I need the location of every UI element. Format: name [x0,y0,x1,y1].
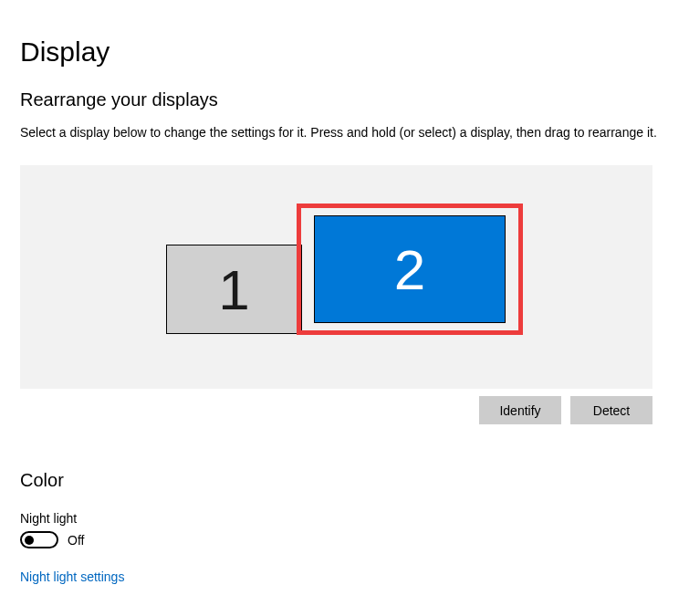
monitor-2[interactable]: 2 [314,215,506,323]
night-light-label: Night light [20,511,669,526]
monitor-1-label: 1 [218,257,249,322]
toggle-knob-icon [25,536,34,545]
night-light-settings-link[interactable]: Night light settings [20,569,124,584]
display-arrangement-area[interactable]: 1 2 [20,165,652,389]
monitor-1[interactable]: 1 [166,245,302,334]
monitor-2-highlight: 2 [297,204,523,335]
display-settings-page: Display Rearrange your displays Select a… [0,0,689,603]
color-section-title: Color [20,470,669,491]
night-light-toggle-row: Off [20,531,669,548]
identify-button[interactable]: Identify [479,396,561,424]
detect-button[interactable]: Detect [570,396,652,424]
monitor-2-label: 2 [394,237,425,302]
page-title: Display [20,37,669,68]
night-light-toggle[interactable] [20,531,58,548]
arrange-buttons-row: Identify Detect [20,396,652,424]
rearrange-section-title: Rearrange your displays [20,89,669,110]
rearrange-help-text: Select a display below to change the set… [20,125,669,140]
night-light-toggle-state: Off [68,533,84,548]
